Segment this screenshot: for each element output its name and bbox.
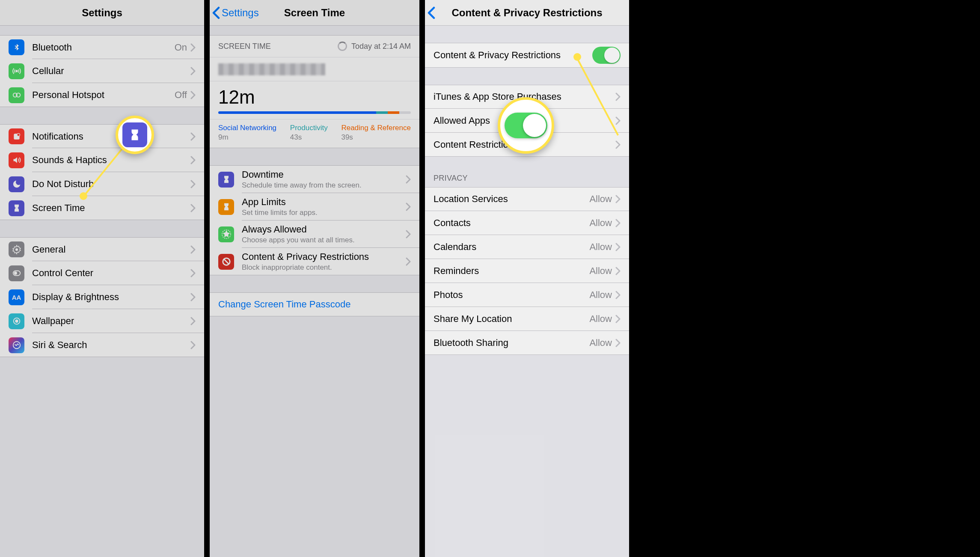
- chevron-right-icon: [615, 116, 621, 125]
- chevron-right-icon: [190, 91, 196, 99]
- summary-header: SCREEN TIME Today at 2:14 AM: [210, 36, 419, 57]
- svg-line-13: [224, 259, 229, 264]
- toggle-label: Content & Privacy Restrictions: [434, 50, 592, 61]
- screentime-row[interactable]: Screen Time: [0, 196, 204, 220]
- display-row[interactable]: AADisplay & Brightness: [0, 285, 204, 309]
- chevron-right-icon: [615, 315, 621, 323]
- group-general: GeneralControl CenterAADisplay & Brightn…: [0, 237, 204, 357]
- row-label: Personal Hotspot: [32, 89, 175, 101]
- setting-row[interactable]: Bluetooth SharingAllow: [425, 331, 629, 355]
- device-row[interactable]: [210, 57, 419, 81]
- row-value: Allow: [589, 265, 612, 277]
- privacy-header: PRIVACY: [425, 174, 629, 187]
- privacy-group: PRIVACY Location ServicesAllowContactsAl…: [425, 174, 629, 355]
- restrictions-toggle[interactable]: [592, 47, 621, 64]
- screentime-icon: [9, 200, 24, 216]
- category-breakdown: Social Networking 9m Productivity 43s Re…: [210, 119, 419, 148]
- row-value: Allow: [589, 241, 612, 253]
- svg-point-4: [17, 133, 20, 136]
- notifications-icon: [9, 128, 24, 144]
- downtime-row[interactable]: DowntimeSchedule time away from the scre…: [210, 165, 419, 193]
- chevron-right-icon: [615, 243, 621, 251]
- cellular-icon: [9, 63, 24, 79]
- setting-row[interactable]: PhotosAllow: [425, 283, 629, 307]
- setting-row[interactable]: Location ServicesAllow: [425, 187, 629, 211]
- chevron-right-icon: [190, 156, 196, 164]
- callout-toggle: [498, 97, 554, 154]
- row-label: Cellular: [32, 66, 190, 77]
- section-label: SCREEN TIME: [218, 42, 271, 51]
- chevron-right-icon: [190, 341, 196, 349]
- setting-row[interactable]: CalendarsAllow: [425, 235, 629, 259]
- row-value: Allow: [589, 313, 612, 325]
- category-reading: Reading & Reference 39s: [341, 124, 411, 142]
- category-social: Social Networking 9m: [218, 124, 276, 142]
- restrictions-toggle-row[interactable]: Content & Privacy Restrictions: [425, 43, 629, 68]
- svg-point-9: [15, 320, 18, 322]
- chevron-right-icon: [190, 43, 196, 52]
- back-button[interactable]: Settings: [210, 6, 259, 19]
- callout-screentime: [116, 116, 154, 154]
- wallpaper-row[interactable]: Wallpaper: [0, 309, 204, 333]
- chevron-right-icon: [615, 92, 621, 101]
- screentime-icon: [122, 122, 147, 147]
- hotspot-row[interactable]: Personal HotspotOff: [0, 83, 204, 107]
- row-subtitle: Set time limits for apps.: [242, 209, 406, 217]
- usage-detail[interactable]: 12m: [210, 81, 419, 119]
- row-label: Notifications: [32, 131, 190, 142]
- nav-title: Content & Privacy Restrictions: [425, 7, 629, 19]
- applimits-row[interactable]: App LimitsSet time limits for apps.: [210, 193, 419, 220]
- back-button[interactable]: [425, 6, 435, 19]
- row-label: Contacts: [434, 217, 589, 229]
- chevron-right-icon: [406, 203, 411, 211]
- row-label: Siri & Search: [32, 340, 190, 351]
- row-label: General: [32, 244, 190, 255]
- general-row[interactable]: General: [0, 237, 204, 261]
- row-label: Always Allowed: [242, 224, 406, 235]
- svg-point-0: [15, 70, 18, 72]
- sounds-row[interactable]: Sounds & Haptics: [0, 148, 204, 172]
- callout-anchor-dot: [573, 53, 581, 61]
- controlcenter-row[interactable]: Control Center: [0, 261, 204, 285]
- siri-row[interactable]: Siri & Search: [0, 333, 204, 357]
- bluetooth-row[interactable]: BluetoothOn: [0, 35, 204, 59]
- change-passcode-row[interactable]: Change Screen Time Passcode: [210, 292, 419, 316]
- setting-row[interactable]: Share My LocationAllow: [425, 307, 629, 331]
- chevron-right-icon: [406, 230, 411, 238]
- wallpaper-icon: [9, 313, 24, 329]
- screentime-summary: SCREEN TIME Today at 2:14 AM 12m Social …: [210, 35, 419, 148]
- usage-bar: [218, 111, 411, 114]
- row-subtitle: Schedule time away from the screen.: [242, 181, 406, 190]
- callout-anchor-dot: [80, 192, 87, 200]
- row-label: App Limits: [242, 197, 406, 208]
- loading-spinner-icon: [338, 42, 347, 51]
- row-value: Allow: [589, 217, 612, 229]
- always-row[interactable]: Always AllowedChoose apps you want at al…: [210, 220, 419, 248]
- chevron-right-icon: [190, 180, 196, 188]
- restrictions-icon: [218, 254, 234, 270]
- toggle-group: Content & Privacy Restrictions: [425, 43, 629, 68]
- nav-title: Settings: [0, 7, 204, 19]
- setting-row[interactable]: ContactsAllow: [425, 211, 629, 235]
- screentime-screen: Settings Screen Time SCREEN TIME Today a…: [210, 0, 419, 557]
- row-label: Wallpaper: [32, 316, 190, 327]
- display-icon: AA: [9, 289, 24, 305]
- restrictions-row[interactable]: Content & Privacy RestrictionsBlock inap…: [210, 248, 419, 275]
- always-icon: [218, 226, 234, 242]
- chevron-right-icon: [190, 269, 196, 277]
- row-value: On: [175, 42, 187, 53]
- passcode-group: Change Screen Time Passcode: [210, 292, 419, 316]
- chevron-right-icon: [615, 339, 621, 347]
- chevron-right-icon: [615, 195, 621, 203]
- group-connectivity: BluetoothOnCellularPersonal HotspotOff: [0, 35, 204, 107]
- notifications-row[interactable]: Notifications: [0, 124, 204, 148]
- dnd-row[interactable]: Do Not Disturb: [0, 172, 204, 196]
- svg-point-7: [14, 272, 17, 274]
- setting-row[interactable]: RemindersAllow: [425, 259, 629, 283]
- row-value: Allow: [589, 289, 612, 301]
- cellular-row[interactable]: Cellular: [0, 59, 204, 83]
- chevron-right-icon: [406, 257, 411, 266]
- chevron-right-icon: [615, 219, 621, 227]
- sounds-icon: [9, 152, 24, 168]
- downtime-icon: [218, 172, 234, 188]
